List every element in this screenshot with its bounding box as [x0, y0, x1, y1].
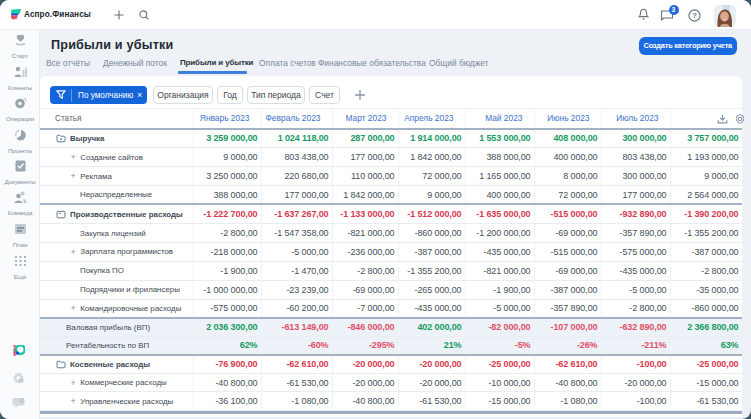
svg-text:?: ?	[692, 11, 697, 20]
